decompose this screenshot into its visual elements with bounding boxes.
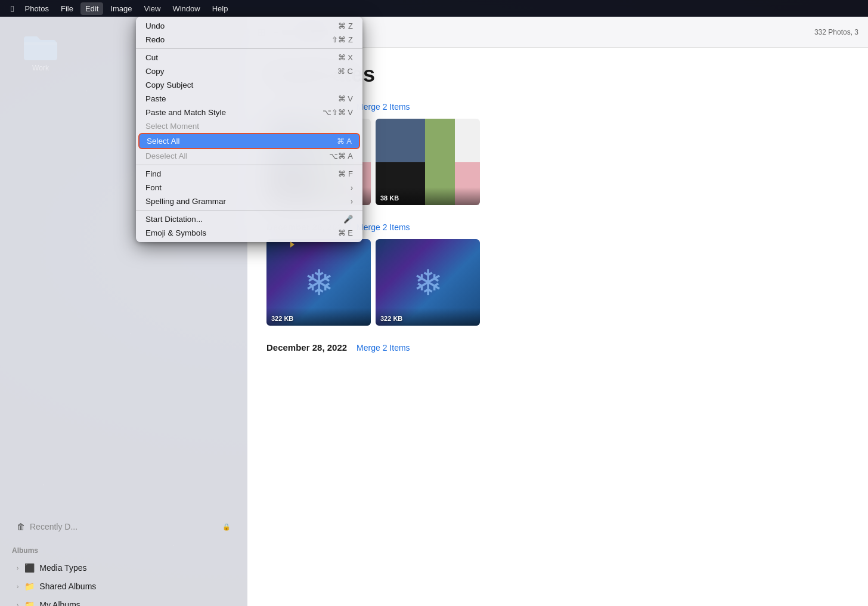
chevron-icon-media: › xyxy=(17,565,18,571)
shared-albums-label: Shared Albums xyxy=(39,582,96,591)
photo-grid-dec28a: 322 KB 322 KB xyxy=(266,239,849,326)
menubar-view[interactable]: View xyxy=(139,2,165,15)
menu-paste-match-style[interactable]: Paste and Match Style ⌥⇧⌘ V xyxy=(136,106,362,119)
menu-select-all[interactable]: Select All ⌘ A xyxy=(138,133,360,149)
sidebar-item-shared-albums[interactable]: › 📁 Shared Albums xyxy=(5,577,243,595)
lock-icon: 🔒 xyxy=(222,523,231,531)
menubar-help[interactable]: Help xyxy=(207,2,233,15)
photo-thumb-4[interactable]: 322 KB xyxy=(376,239,480,326)
merge-link-dec28a[interactable]: Merge 2 Items xyxy=(356,222,410,232)
menubar-photos[interactable]: Photos xyxy=(20,2,53,15)
date-header-dec28b: December 28, 2022 Merge 2 Items xyxy=(266,342,849,353)
merge-link-dec28b[interactable]: Merge 2 Items xyxy=(356,343,410,353)
photo-size-3: 322 KB xyxy=(271,315,293,322)
sidebar-item-media-types[interactable]: › ⬛ Media Types xyxy=(5,559,243,577)
separator-3 xyxy=(136,210,362,211)
sidebar-bottom: 🗑 Recently D... 🔒 Albums › ⬛ Media Types… xyxy=(0,475,247,606)
separator-2 xyxy=(136,165,362,165)
sidebar-item-recently-deleted[interactable]: 🗑 Recently D... 🔒 xyxy=(5,518,243,536)
photo-thumb-2[interactable]: 38 KB xyxy=(376,119,480,205)
photo-thumb-3[interactable]: 322 KB xyxy=(266,239,371,326)
date-label-dec28b: December 28, 2022 xyxy=(266,342,347,353)
menu-deselect-all[interactable]: Deselect All ⌥⌘ A xyxy=(136,149,362,163)
menubar-window[interactable]: Window xyxy=(168,2,204,15)
albums-section-label: Albums xyxy=(0,543,247,558)
menu-spelling-grammar[interactable]: Spelling and Grammar › xyxy=(136,194,362,208)
menu-paste[interactable]: Paste ⌘ V xyxy=(136,92,362,106)
menubar-file[interactable]: File xyxy=(56,2,78,15)
my-albums-label: My Albums xyxy=(39,600,80,606)
menu-copy-subject[interactable]: Copy Subject xyxy=(136,78,362,92)
menu-font[interactable]: Font › xyxy=(136,181,362,194)
recently-deleted-label: Recently D... xyxy=(30,522,78,531)
menu-copy[interactable]: Copy ⌘ C xyxy=(136,64,362,78)
menu-cut[interactable]: Cut ⌘ X xyxy=(136,51,362,64)
edit-dropdown-menu: Undo ⌘ Z Redo ⇧⌘ Z Cut ⌘ X Copy ⌘ C Copy… xyxy=(136,17,362,242)
menu-redo[interactable]: Redo ⇧⌘ Z xyxy=(136,33,362,47)
photos-count: 332 Photos, 3 xyxy=(814,28,858,36)
photo-size-2: 38 KB xyxy=(380,194,399,202)
menubar:  Photos File Edit Image View Window Hel… xyxy=(0,0,868,17)
merge-link-dec14[interactable]: Merge 2 Items xyxy=(356,102,410,112)
trash-icon: 🗑 xyxy=(17,522,25,531)
menu-emoji-symbols[interactable]: Emoji & Symbols ⌘ E xyxy=(136,226,362,240)
media-types-label: Media Types xyxy=(39,563,86,573)
chevron-icon-shared: › xyxy=(17,583,18,590)
date-section-dec28b: December 28, 2022 Merge 2 Items xyxy=(266,342,849,353)
apple-menu[interactable]:  xyxy=(7,2,17,16)
photo-size-4: 322 KB xyxy=(380,315,402,322)
my-albums-icon: 📁 xyxy=(24,600,35,606)
media-types-icon: ⬛ xyxy=(24,563,35,573)
menu-select-moment[interactable]: Select Moment xyxy=(136,119,362,133)
separator-1 xyxy=(136,48,362,49)
menu-find[interactable]: Find ⌘ F xyxy=(136,167,362,181)
shared-albums-icon: 📁 xyxy=(24,582,35,591)
menubar-edit[interactable]: Edit xyxy=(80,2,103,15)
menu-start-dictation[interactable]: Start Dictation... 🎤 xyxy=(136,212,362,226)
sidebar-item-my-albums[interactable]: › 📁 My Albums xyxy=(5,596,243,606)
menubar-image[interactable]: Image xyxy=(106,2,137,15)
menu-undo[interactable]: Undo ⌘ Z xyxy=(136,19,362,33)
chevron-icon-my: › xyxy=(17,602,18,607)
